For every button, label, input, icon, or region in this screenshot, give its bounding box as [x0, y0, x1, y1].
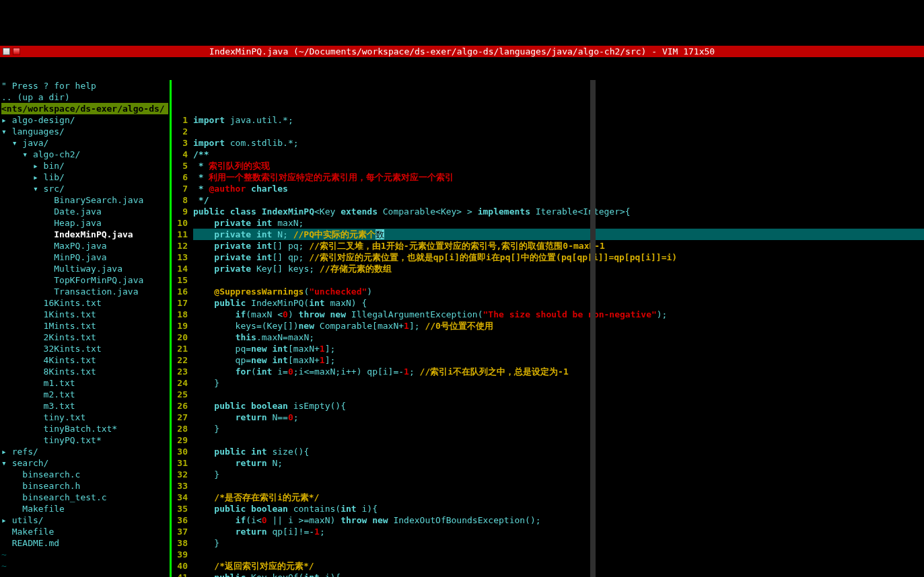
- code-line[interactable]: 1import java.util.*;: [172, 114, 924, 126]
- code-text: [193, 274, 924, 286]
- line-number: 31: [172, 457, 193, 469]
- tree-item[interactable]: tinyBatch.txt*: [1, 423, 168, 434]
- code-pane[interactable]: 1import java.util.*;23import com.stdlib.…: [172, 80, 924, 577]
- tree-item[interactable]: ▾ algo-ch2/: [1, 149, 168, 160]
- code-line[interactable]: 27 return N==0;: [172, 412, 924, 423]
- code-line[interactable]: 20 this.maxN=maxN;: [172, 332, 924, 343]
- tree-item[interactable]: ▾ src/: [1, 183, 168, 194]
- code-line[interactable]: 9public class IndexMinPQ<Key extends Com…: [172, 206, 924, 217]
- code-line[interactable]: 33: [172, 480, 924, 492]
- tree-item[interactable]: Multiway.java: [1, 263, 168, 274]
- minimize-icon[interactable]: [3, 48, 10, 55]
- code-text: public boolean contains(int i){: [193, 503, 924, 514]
- code-line[interactable]: 12 private int[] pq; //索引二叉堆，由1开始-元素位置对应…: [172, 240, 924, 252]
- code-text: qp=new int[maxN+1];: [193, 354, 924, 366]
- line-number: 5: [172, 160, 193, 171]
- code-text: for(int i=0;i<=maxN;i++) qp[i]=-1; //索引i…: [193, 366, 924, 377]
- line-number: 7: [172, 183, 193, 194]
- tree-item[interactable]: ▸ refs/: [1, 446, 168, 457]
- tree-item[interactable]: 1Kints.txt: [1, 309, 168, 320]
- code-line[interactable]: 39: [172, 549, 924, 560]
- code-line[interactable]: 16 @SuppressWarnings("unchecked"): [172, 286, 924, 297]
- tree-item[interactable]: 1Mints.txt: [1, 320, 168, 332]
- code-line[interactable]: 30 public int size(){: [172, 446, 924, 457]
- tree-item[interactable]: ▾ java/: [1, 137, 168, 149]
- line-number: 41: [172, 572, 193, 577]
- code-line[interactable]: 34 /*是否存在索引i的元素*/: [172, 492, 924, 503]
- tree-item[interactable]: m2.txt: [1, 389, 168, 400]
- tree-item[interactable]: ▸ algo-design/: [1, 114, 168, 126]
- code-line[interactable]: 38 }: [172, 537, 924, 549]
- code-line[interactable]: 23 for(int i=0;i<=maxN;i++) qp[i]=-1; //…: [172, 366, 924, 377]
- tree-item[interactable]: binsearch.c: [1, 469, 168, 480]
- tree-item[interactable]: Date.java: [1, 206, 168, 217]
- code-line[interactable]: 3import com.stdlib.*;: [172, 137, 924, 149]
- close-icon[interactable]: [13, 48, 20, 55]
- code-line[interactable]: 10 private int maxN;: [172, 217, 924, 229]
- tree-item[interactable]: BinarySearch.java: [1, 194, 168, 206]
- code-text: public class IndexMinPQ<Key extends Comp…: [193, 206, 924, 217]
- line-number: 15: [172, 274, 193, 286]
- code-line[interactable]: 5 * 索引队列的实现: [172, 160, 924, 171]
- tree-item[interactable]: Makefile: [1, 526, 168, 537]
- tree-item[interactable]: binsearch.h: [1, 480, 168, 492]
- tree-root[interactable]: <nts/workspace/ds-exer/algo-ds/: [1, 103, 168, 114]
- tree-item[interactable]: ▾ languages/: [1, 126, 168, 137]
- tree-item[interactable]: ▸ utils/: [1, 514, 168, 526]
- tree-up-dir[interactable]: .. (up a dir): [1, 91, 168, 103]
- code-line[interactable]: 25: [172, 389, 924, 400]
- code-line[interactable]: 31 return N;: [172, 457, 924, 469]
- code-line[interactable]: 40 /*返回索引对应的元素*/: [172, 560, 924, 572]
- code-line[interactable]: 7 * @author charles: [172, 183, 924, 194]
- tree-item[interactable]: tiny.txt: [1, 412, 168, 423]
- code-line[interactable]: 26 public boolean isEmpty(){: [172, 400, 924, 412]
- tree-item[interactable]: 16Kints.txt: [1, 297, 168, 309]
- code-line[interactable]: 28 }: [172, 423, 924, 434]
- tree-item[interactable]: README.md: [1, 537, 168, 549]
- tree-item[interactable]: 4Kints.txt: [1, 354, 168, 366]
- code-line[interactable]: 14 private Key[] keys; //存储元素的数组: [172, 263, 924, 274]
- code-line[interactable]: 13 private int[] qp; //索引对应的元素位置，也就是qp[i…: [172, 252, 924, 263]
- code-line[interactable]: 29: [172, 434, 924, 446]
- code-line[interactable]: 32 }: [172, 469, 924, 480]
- code-line[interactable]: 6 * 利用一个整数索引对应特定的元素引用，每个元素对应一个索引: [172, 171, 924, 183]
- tree-item[interactable]: MaxPQ.java: [1, 240, 168, 252]
- code-line[interactable]: 21 pq=new int[maxN+1];: [172, 343, 924, 354]
- tree-item[interactable]: ▾ search/: [1, 457, 168, 469]
- code-line[interactable]: 37 return qp[i]!=-1;: [172, 526, 924, 537]
- tree-item[interactable]: tinyPQ.txt*: [1, 434, 168, 446]
- tree-item[interactable]: Heap.java: [1, 217, 168, 229]
- tree-item[interactable]: 2Kints.txt: [1, 332, 168, 343]
- tree-item[interactable]: Transaction.java: [1, 286, 168, 297]
- tree-item[interactable]: m1.txt: [1, 377, 168, 389]
- tree-item[interactable]: m3.txt: [1, 400, 168, 412]
- code-text: private int maxN;: [193, 217, 924, 229]
- code-line[interactable]: 17 public IndexMinPQ(int maxN) {: [172, 297, 924, 309]
- tree-item[interactable]: ▸ bin/: [1, 160, 168, 171]
- tree-help[interactable]: " Press ? for help: [1, 80, 168, 91]
- code-line[interactable]: 36 if(i<0 || i >=maxN) throw new IndexOu…: [172, 514, 924, 526]
- tree-item[interactable]: 32Kints.txt: [1, 343, 168, 354]
- tree-item[interactable]: IndexMinPQ.java: [1, 229, 168, 240]
- line-number: 26: [172, 400, 193, 412]
- line-number: 9: [172, 206, 193, 217]
- code-line[interactable]: 15: [172, 274, 924, 286]
- code-line[interactable]: 35 public boolean contains(int i){: [172, 503, 924, 514]
- line-number: 4: [172, 149, 193, 160]
- code-line[interactable]: 18 if(maxN <0) throw new IllegalArgument…: [172, 309, 924, 320]
- tree-item[interactable]: 8Kints.txt: [1, 366, 168, 377]
- tree-item[interactable]: binsearch_test.c: [1, 492, 168, 503]
- code-line[interactable]: 8 */: [172, 194, 924, 206]
- code-line[interactable]: 19 keys=(Key[])new Comparable[maxN+1]; /…: [172, 320, 924, 332]
- code-line[interactable]: 24 }: [172, 377, 924, 389]
- nerdtree-pane[interactable]: " Press ? for help.. (up a dir)<nts/work…: [0, 80, 170, 577]
- code-line[interactable]: 11 private int N; //PQ中实际的元素个数: [172, 229, 924, 240]
- code-line[interactable]: 41 public Key keyOf(int i){: [172, 572, 924, 577]
- tree-item[interactable]: Makefile: [1, 503, 168, 514]
- code-line[interactable]: 2: [172, 126, 924, 137]
- code-line[interactable]: 4/**: [172, 149, 924, 160]
- tree-item[interactable]: MinPQ.java: [1, 252, 168, 263]
- tree-item[interactable]: ▸ lib/: [1, 171, 168, 183]
- code-line[interactable]: 22 qp=new int[maxN+1];: [172, 354, 924, 366]
- tree-item[interactable]: TopKForMinPQ.java: [1, 274, 168, 286]
